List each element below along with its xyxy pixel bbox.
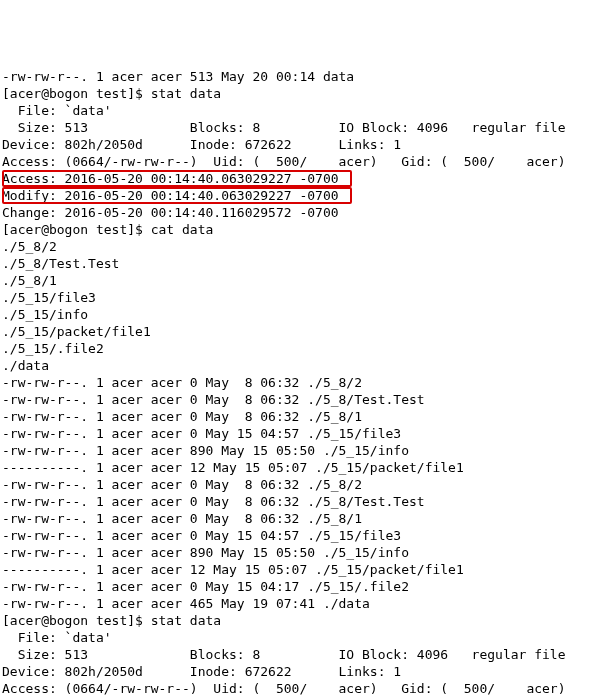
terminal-line: ./5_15/.file2	[2, 340, 590, 357]
terminal-line: [acer@bogon test]$ stat data	[2, 85, 590, 102]
terminal-line: ./5_15/packet/file1	[2, 323, 590, 340]
terminal-line: -rw-rw-r--. 1 acer acer 0 May 8 06:32 ./…	[2, 476, 590, 493]
terminal-line: -rw-rw-r--. 1 acer acer 0 May 15 04:17 .…	[2, 578, 590, 595]
highlight-box	[2, 170, 352, 187]
terminal-line: ./5_15/file3	[2, 289, 590, 306]
terminal-line: Access: (0664/-rw-rw-r--) Uid: ( 500/ ac…	[2, 153, 590, 170]
terminal-line: Access: (0664/-rw-rw-r--) Uid: ( 500/ ac…	[2, 680, 590, 695]
terminal-line: -rw-rw-r--. 1 acer acer 890 May 15 05:50…	[2, 544, 590, 561]
terminal-line: ./5_8/Test.Test	[2, 255, 590, 272]
terminal-line: ----------. 1 acer acer 12 May 15 05:07 …	[2, 561, 590, 578]
terminal-line: Device: 802h/2050d Inode: 672622 Links: …	[2, 136, 590, 153]
terminal-line: -rw-rw-r--. 1 acer acer 890 May 15 05:50…	[2, 442, 590, 459]
terminal-line: ./5_8/1	[2, 272, 590, 289]
terminal-line: ./5_8/2	[2, 238, 590, 255]
terminal-line: -rw-rw-r--. 1 acer acer 0 May 15 04:57 .…	[2, 425, 590, 442]
terminal-line: [acer@bogon test]$ cat data	[2, 221, 590, 238]
terminal-line: -rw-rw-r--. 1 acer acer 513 May 20 00:14…	[2, 68, 590, 85]
terminal-line: ./5_15/info	[2, 306, 590, 323]
terminal-line: Access: 2016-05-20 00:14:40.063029227 -0…	[2, 170, 590, 187]
highlight-box	[2, 187, 352, 204]
terminal-line: ./data	[2, 357, 590, 374]
terminal-line: [acer@bogon test]$ stat data	[2, 612, 590, 629]
terminal-line: -rw-rw-r--. 1 acer acer 0 May 8 06:32 ./…	[2, 510, 590, 527]
terminal-line: Size: 513 Blocks: 8 IO Block: 4096 regul…	[2, 646, 590, 663]
terminal-line: Change: 2016-05-20 00:14:40.116029572 -0…	[2, 204, 590, 221]
terminal-line: -rw-rw-r--. 1 acer acer 0 May 8 06:32 ./…	[2, 374, 590, 391]
terminal-output[interactable]: -rw-rw-r--. 1 acer acer 513 May 20 00:14…	[0, 68, 592, 695]
terminal-line: File: `data'	[2, 629, 590, 646]
terminal-line: -rw-rw-r--. 1 acer acer 0 May 8 06:32 ./…	[2, 408, 590, 425]
terminal-line: -rw-rw-r--. 1 acer acer 0 May 15 04:57 .…	[2, 527, 590, 544]
terminal-line: Device: 802h/2050d Inode: 672622 Links: …	[2, 663, 590, 680]
terminal-line: File: `data'	[2, 102, 590, 119]
terminal-line: -rw-rw-r--. 1 acer acer 0 May 8 06:32 ./…	[2, 391, 590, 408]
terminal-line: ----------. 1 acer acer 12 May 15 05:07 …	[2, 459, 590, 476]
terminal-line: -rw-rw-r--. 1 acer acer 0 May 8 06:32 ./…	[2, 493, 590, 510]
terminal-line: Size: 513 Blocks: 8 IO Block: 4096 regul…	[2, 119, 590, 136]
terminal-line: Modify: 2016-05-20 00:14:40.063029227 -0…	[2, 187, 590, 204]
terminal-line: -rw-rw-r--. 1 acer acer 465 May 19 07:41…	[2, 595, 590, 612]
